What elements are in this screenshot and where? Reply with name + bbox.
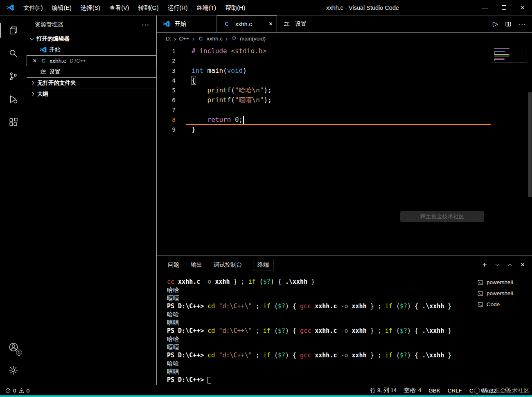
status-item[interactable]: GBK [425, 388, 444, 394]
editor-tab[interactable]: 开始 [157, 16, 217, 32]
maximize-panel-icon[interactable] [507, 263, 513, 267]
breadcrumb-item[interactable]: main(void) [230, 36, 266, 42]
close-icon[interactable]: × [30, 57, 39, 65]
code-line[interactable]: 6 printf("嘻嘻\n"); [157, 95, 532, 105]
code-line[interactable]: 3int main(void) [157, 66, 532, 76]
panel-tab[interactable]: 调试控制台 [213, 259, 243, 271]
terminal-list-item[interactable]: powershell [475, 277, 532, 288]
open-editor-item[interactable]: ×Cxxhh.cD:\C++ [27, 55, 156, 66]
activity-bar-bottom: 1 [4, 336, 23, 385]
bottom-edge-strip [0, 395, 532, 397]
split-editor-icon[interactable] [505, 21, 512, 27]
line-number: 3 [157, 66, 186, 76]
panel-tab[interactable]: 问题 [167, 259, 180, 271]
editor-tab[interactable]: 设置 [277, 16, 337, 32]
account-icon[interactable]: 1 [4, 336, 23, 358]
code-line[interactable]: 4{ [157, 76, 532, 85]
sidebar: 资源管理器 ⋯ 打开的编辑器 ×开始×Cxxhh.cD:\C++×设置 无打开的… [27, 16, 157, 385]
code-line[interactable]: 5 printf("哈哈\n"); [157, 85, 532, 95]
panel-tab[interactable]: 输出 [190, 259, 203, 271]
vscode-window: 文件(F)编辑(E)选择(S)查看(V)转到(G)运行(R)终端(T)帮助(H)… [0, 0, 532, 397]
minimap[interactable] [492, 46, 527, 63]
open-editors-header[interactable]: 打开的编辑器 [27, 34, 156, 44]
code-line[interactable]: 1# include <stdio.h> [157, 46, 532, 56]
sidebar-section[interactable]: 大纲 [27, 88, 156, 99]
c-file-icon: C [39, 58, 47, 64]
menu-item[interactable]: 转到(G) [134, 0, 163, 16]
terminal-line: 嘻嘻 [167, 343, 475, 351]
search-icon[interactable] [4, 43, 23, 64]
terminal-line: 哈哈 [167, 310, 475, 318]
menu-item[interactable]: 查看(V) [105, 0, 133, 16]
code-line[interactable]: 2 [157, 56, 532, 66]
breadcrumb: D:›C++›Cxxhh.c›main(void) [157, 33, 532, 44]
open-editor-item[interactable]: ×设置 [27, 66, 156, 77]
menu-item[interactable]: 帮助(H) [221, 0, 250, 16]
minimize-button[interactable]: — [476, 0, 494, 15]
status-item[interactable]: 空格: 4 [400, 387, 425, 394]
terminal-icon [477, 301, 484, 308]
more-actions-icon[interactable]: ⋯ [142, 20, 150, 29]
close-icon[interactable]: × [263, 20, 273, 28]
workbench: 1 资源管理器 ⋯ 打开的编辑器 ×开始×Cxxhh.cD:\C++×设置 无打… [0, 16, 532, 385]
watermark-logo-icon [474, 388, 480, 394]
tab-label: 开始 [175, 20, 186, 28]
breadcrumb-item[interactable]: D: [166, 36, 171, 42]
breadcrumb-item[interactable]: Cxxhh.c [197, 36, 223, 42]
code-line[interactable]: 7 [157, 105, 532, 115]
menu-bar: 文件(F)编辑(E)选择(S)查看(V)转到(G)运行(R)终端(T)帮助(H) [19, 0, 250, 15]
open-editors-label: 打开的编辑器 [36, 35, 70, 43]
terminal-line: 哈哈 [167, 286, 475, 294]
status-item[interactable]: CRLF [444, 388, 466, 394]
menu-item[interactable]: 运行(R) [163, 0, 192, 16]
code-line[interactable]: 8 return 0; [157, 115, 532, 125]
breadcrumb-item[interactable]: C++ [179, 36, 190, 42]
code-line[interactable]: 9} [157, 125, 532, 135]
editor-region: 开始Cxxhh.c×设置 ▷⋯ D:›C++›Cxxhh.c›main(void… [157, 16, 532, 385]
terminal-output[interactable]: cc xxhh.c -o xxhh } ; if ($?) { .\xxhh }… [157, 274, 475, 385]
menu-item[interactable]: 编辑(E) [47, 0, 76, 16]
terminal-list-item[interactable]: Code [475, 299, 532, 310]
panel-tab-bar: 问题输出调试控制台终端 +× [157, 256, 532, 274]
status-item[interactable]: 行 8, 列 14 [367, 387, 401, 394]
editor-actions: ▷⋯ [493, 16, 532, 32]
settings-icon[interactable] [4, 359, 23, 381]
file-label: xxhh.c [50, 58, 66, 64]
menu-item[interactable]: 选择(S) [76, 0, 105, 16]
window-controls: — × [476, 0, 532, 15]
line-number: 8 [157, 115, 186, 125]
more-icon[interactable]: ⋯ [518, 20, 526, 29]
editor-scrollbar[interactable] [528, 92, 532, 197]
terminal-dropdown-icon[interactable] [494, 264, 500, 265]
window-title: xxhh.c - Visual Studio Code [250, 4, 476, 11]
terminal-list-item[interactable]: powershell [475, 288, 532, 299]
editor-tab[interactable]: Cxxhh.c× [217, 16, 277, 32]
source-control-icon[interactable] [4, 65, 23, 87]
open-editor-item[interactable]: ×开始 [27, 44, 156, 55]
menu-item[interactable]: 终端(T) [192, 0, 221, 16]
terminal-list: powershellpowershellCode [475, 274, 532, 385]
run-debug-icon[interactable] [4, 88, 23, 110]
tab-bar: 开始Cxxhh.c×设置 ▷⋯ [157, 16, 532, 33]
bottom-panel: 问题输出调试控制台终端 +× cc xxhh.c -o xxhh } ; if … [157, 256, 532, 385]
sidebar-title: 资源管理器 [35, 21, 142, 28]
close-button[interactable]: × [513, 0, 532, 15]
panel-tab[interactable]: 终端 [253, 259, 273, 271]
sidebar-section[interactable]: 无打开的文件夹 [27, 77, 156, 88]
editor-tabs: 开始Cxxhh.c×设置 [157, 16, 337, 32]
line-number: 2 [157, 56, 186, 66]
file-label: 设置 [49, 68, 61, 76]
tab-label: 设置 [295, 20, 307, 28]
code-editor[interactable]: 1# include <stdio.h>23int main(void)4{5 … [157, 44, 532, 256]
activity-bar: 1 [0, 16, 27, 385]
close-panel-icon[interactable]: × [520, 261, 525, 269]
maximize-button[interactable] [494, 0, 513, 15]
extensions-icon[interactable] [4, 111, 23, 132]
problems-status[interactable]: 0 0 [5, 388, 29, 394]
menu-item[interactable]: 文件(F) [19, 0, 47, 16]
new-terminal-icon[interactable]: + [482, 260, 487, 269]
run-icon[interactable]: ▷ [493, 20, 498, 28]
section-label: 大纲 [37, 90, 48, 98]
file-label: 开始 [49, 46, 61, 54]
explorer-icon[interactable] [4, 20, 23, 41]
